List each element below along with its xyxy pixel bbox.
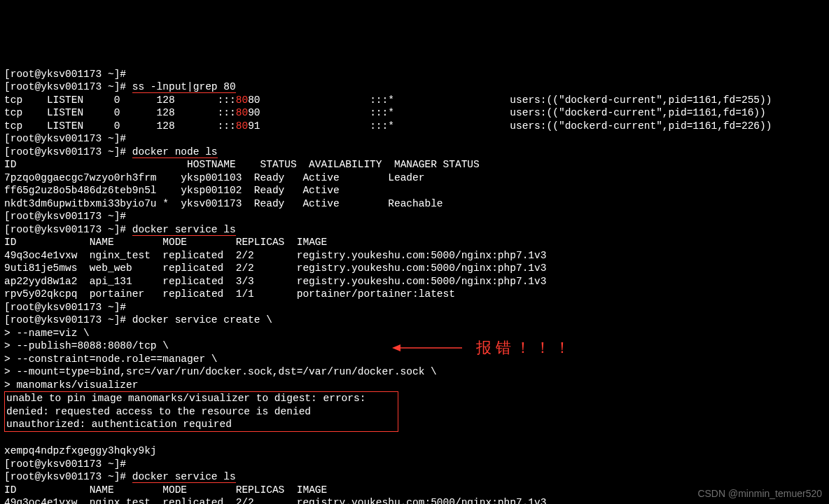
prompt: [root@yksv001173 ~]# bbox=[4, 81, 126, 92]
create-line: > --publish=8088:8080/tcp \ bbox=[4, 340, 169, 351]
prompt: [root@yksv001173 ~]# bbox=[4, 133, 126, 144]
prompt: [root@yksv001173 ~]# bbox=[4, 471, 126, 482]
watermark: CSDN @minmin_temuer520 bbox=[697, 487, 822, 500]
command-service-ls-2: docker service ls bbox=[132, 471, 236, 483]
command-node-ls: docker node ls bbox=[132, 146, 218, 158]
annotation-label: 报错！！！ bbox=[476, 342, 574, 355]
prompt: [root@yksv001173 ~]# bbox=[4, 314, 126, 326]
svc-header: ID NAME MODE REPLICAS IMAGE bbox=[4, 237, 327, 248]
error-line: denied: requested access to the resource… bbox=[6, 406, 311, 417]
node-row: 7pzqo0ggaecgc7wzyo0rh3frm yksp001103 Rea… bbox=[4, 172, 424, 183]
command-service-ls: docker service ls bbox=[132, 224, 236, 236]
prompt: [root@yksv001173 ~]# bbox=[4, 458, 126, 470]
svg-marker-1 bbox=[392, 344, 400, 351]
prompt: [root@yksv001173 ~]# bbox=[4, 224, 126, 235]
create-line: > manomarks/visualizer bbox=[4, 379, 138, 391]
svc-row: 49q3oc4e1vxw nginx_test replicated 2/2 r… bbox=[4, 250, 546, 261]
error-line: unable to pin image manomarks/visualizer… bbox=[6, 393, 365, 404]
ss-row: tcp LISTEN 0 128 :::8080 :::* users:(("d… bbox=[4, 94, 772, 106]
svc-row: rpv5y02qkcpq portainer replicated 1/1 po… bbox=[4, 288, 455, 300]
svc-row: 49q3oc4e1vxw nginx_test replicated 2/2 r… bbox=[4, 497, 546, 504]
create-line: > --name=viz \ bbox=[4, 328, 90, 339]
arrow-icon bbox=[392, 342, 462, 354]
svc-header: ID NAME MODE REPLICAS IMAGE bbox=[4, 484, 327, 496]
node-row: ff65g2uz8o5b486dz6teb9n5l yksp001102 Rea… bbox=[4, 185, 388, 196]
command-ss: ss -lnput|grep 80 bbox=[132, 81, 236, 93]
ss-row: tcp LISTEN 0 128 :::8091 :::* users:(("d… bbox=[4, 120, 772, 132]
annotation-arrow: 报错！！！ bbox=[392, 342, 574, 355]
node-row: nkdt3dm6upwitbxmi33byio7u * yksv001173 R… bbox=[4, 198, 443, 209]
node-header: ID HOSTNAME STATUS AVAILABILITY MANAGER … bbox=[4, 159, 480, 170]
ss-row: tcp LISTEN 0 128 :::8090 :::* users:(("d… bbox=[4, 107, 766, 118]
prompt: [root@yksv001173 ~]# bbox=[4, 146, 126, 158]
terminal-output: [root@yksv001173 ~]# [root@yksv001173 ~]… bbox=[4, 55, 825, 504]
error-line: unauthorized: authentication required bbox=[6, 419, 232, 430]
prompt: [root@yksv001173 ~]# bbox=[4, 69, 126, 80]
error-box: unable to pin image manomarks/visualizer… bbox=[4, 391, 398, 432]
created-service-id: xempq4ndpzfxgeggy3hqky9kj bbox=[4, 445, 157, 456]
create-line: > --constraint=node.role==manager \ bbox=[4, 354, 218, 365]
prompt: [root@yksv001173 ~]# bbox=[4, 302, 126, 313]
command-create: docker service create \ bbox=[132, 314, 272, 326]
create-line: > --mount=type=bind,src=/var/run/docker.… bbox=[4, 366, 437, 377]
svc-row: 9uti81je5mws web_web replicated 2/2 regi… bbox=[4, 262, 546, 274]
svc-row: ap22yyd8w1a2 api_131 replicated 3/3 regi… bbox=[4, 276, 546, 287]
prompt: [root@yksv001173 ~]# bbox=[4, 211, 126, 222]
